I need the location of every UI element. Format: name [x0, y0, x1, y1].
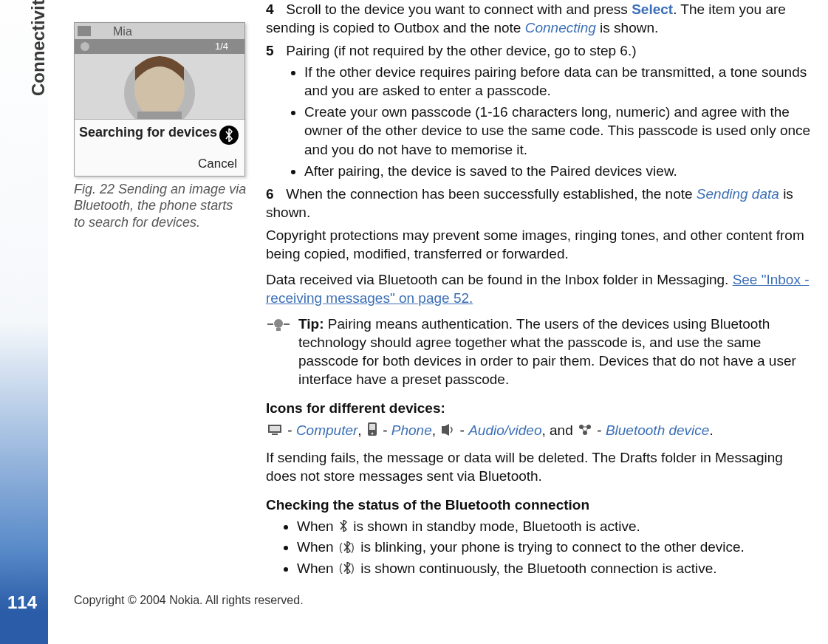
- step-5: 5 Pairing (if not required by the other …: [266, 41, 815, 180]
- status-header: Checking the status of the Bluetooth con…: [266, 496, 815, 514]
- text: is shown.: [596, 20, 658, 35]
- computer-icon: [267, 422, 282, 440]
- text: When: [297, 518, 338, 534]
- copyright-line: Copyright © 2004 Nokia. All rights reser…: [74, 594, 304, 607]
- text: Pairing (if not required by the other de…: [286, 43, 636, 58]
- bt-bracket-icon: (): [339, 539, 355, 558]
- bluetooth-device-icon: [578, 422, 592, 440]
- svg-rect-2: [78, 26, 91, 36]
- text: , and: [541, 422, 577, 438]
- bullet: If the other device requires pairing bef…: [304, 63, 815, 100]
- bt-label: Bluetooth device: [606, 422, 710, 438]
- text: is shown in standby mode, Bluetooth is a…: [353, 518, 640, 534]
- left-gradient-bar: [0, 0, 48, 644]
- step-6: 6 When the connection has been successfu…: [266, 185, 815, 222]
- phone-icon: [367, 422, 377, 441]
- step-number: 6: [266, 185, 282, 203]
- phone-screenshot: Mia 1/4 Searching for devices Cancel: [74, 22, 245, 177]
- text: When the connection has been successfull…: [286, 186, 697, 202]
- fail-para: If sending fails, the message or data wi…: [266, 448, 815, 485]
- phone-upper: Mia 1/4: [75, 23, 244, 119]
- svg-rect-1: [75, 23, 244, 39]
- figure: Mia 1/4 Searching for devices Cancel Fig: [74, 22, 247, 230]
- icons-line: - Computer, - Phone, - Audio/video, and …: [266, 421, 815, 441]
- svg-rect-15: [270, 426, 280, 431]
- svg-point-12: [274, 319, 283, 328]
- audio-video-icon: [441, 422, 454, 440]
- sending-label: Sending data: [697, 186, 779, 202]
- status-bullet-1: When is shown in standby mode, Bluetooth…: [297, 517, 815, 537]
- tip-label: Tip:: [298, 316, 324, 332]
- text: Data received via Bluetooth can be found…: [266, 272, 733, 287]
- figure-caption: Fig. 22 Sending an image via Bluetooth, …: [74, 181, 247, 231]
- step-4: 4 Scroll to the device you want to conne…: [266, 0, 815, 37]
- svg-point-5: [81, 42, 89, 51]
- text: When: [297, 539, 338, 555]
- text: Scroll to the device you want to connect…: [286, 1, 632, 17]
- svg-point-19: [371, 432, 373, 434]
- bullet: After pairing, the device is saved to th…: [304, 162, 815, 180]
- status-bullet-3: When () is shown continuously, the Bluet…: [297, 559, 815, 579]
- page-number: 114: [7, 592, 37, 613]
- bt-small-icon: [339, 518, 348, 536]
- svg-text:): ): [351, 541, 355, 553]
- status-bullet-2: When () is blinking, your phone is tryin…: [297, 538, 815, 558]
- bluetooth-icon: [219, 126, 239, 145]
- svg-rect-13: [276, 328, 281, 331]
- av-label: Audio/video: [468, 422, 541, 438]
- connecting-label: Connecting: [525, 20, 596, 35]
- inbox-para: Data received via Bluetooth can be found…: [266, 270, 815, 307]
- phone-lower: Searching for devices Cancel: [75, 119, 244, 176]
- svg-text:): ): [351, 562, 355, 574]
- text: is blinking, your phone is trying to con…: [360, 539, 745, 555]
- text: -: [597, 422, 606, 438]
- select-label: Select: [632, 1, 673, 17]
- copyright-protection-para: Copyright protections may prevent some i…: [266, 226, 815, 263]
- svg-text:(: (: [339, 562, 343, 574]
- text: .: [709, 422, 713, 438]
- tip-text: Pairing means authentication. The users …: [298, 316, 796, 387]
- svg-rect-18: [369, 424, 375, 430]
- text: -: [383, 422, 391, 438]
- step-number: 5: [266, 41, 282, 60]
- cancel-label: Cancel: [79, 157, 240, 171]
- svg-rect-9: [137, 112, 182, 119]
- step-number: 4: [266, 0, 282, 18]
- text: -: [287, 422, 296, 438]
- tip-block: Tip: Pairing means authentication. The u…: [266, 315, 815, 388]
- text: ,: [432, 422, 440, 438]
- text: is shown continuously, the Bluetooth con…: [360, 561, 716, 576]
- phone-label: Phone: [391, 422, 432, 438]
- searching-text: Searching for devices: [79, 126, 240, 140]
- side-label: Connectivity: [28, 0, 49, 96]
- tip-icon: [266, 316, 291, 388]
- bullet: Create your own passcode (1-16 character…: [304, 103, 815, 158]
- text: -: [460, 422, 469, 438]
- svg-rect-16: [272, 434, 278, 435]
- text: When: [297, 561, 338, 576]
- svg-text:Mia: Mia: [113, 25, 132, 38]
- icons-header: Icons for different devices:: [266, 399, 815, 417]
- svg-text:(: (: [339, 541, 343, 553]
- text: ,: [357, 422, 366, 438]
- bt-bracket-icon: (): [339, 560, 355, 578]
- svg-text:1/4: 1/4: [215, 41, 228, 52]
- svg-marker-21: [445, 424, 449, 436]
- main-content: 4 Scroll to the device you want to conne…: [266, 0, 815, 581]
- computer-label: Computer: [296, 422, 357, 438]
- svg-rect-20: [442, 426, 445, 434]
